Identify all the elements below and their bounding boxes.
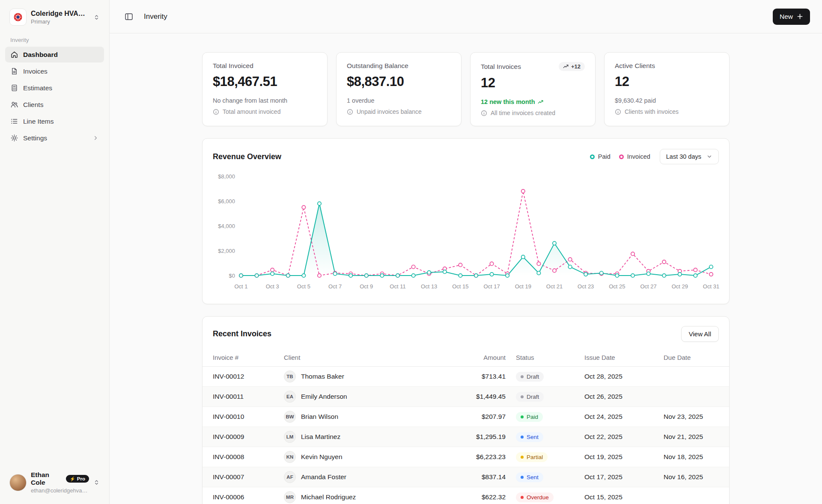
cell-issue-date: Oct 19, 2025 xyxy=(579,447,658,467)
cell-client: TBThomas Baker xyxy=(279,367,447,387)
date-range-select[interactable]: Last 30 days xyxy=(660,149,719,164)
client-name: Michael Rodriguez xyxy=(301,493,356,501)
stat-card-outstanding-balance: Outstanding Balance$8,837.101 overdueUnp… xyxy=(336,52,462,126)
panel-left-icon xyxy=(124,12,134,21)
column-header-issue-date: Issue Date xyxy=(579,349,658,367)
cell-invoice-number: INV-00012 xyxy=(203,367,279,387)
sidebar-item-line-items[interactable]: Line Items xyxy=(5,113,104,129)
page-title: Inverity xyxy=(144,12,167,21)
cell-status: Sent xyxy=(511,467,579,487)
stat-card-header: Active Clients xyxy=(615,62,719,70)
column-header-status: Status xyxy=(511,349,579,367)
stat-label: Total Invoiced xyxy=(213,62,253,70)
invoice-row[interactable]: INV-00007AFAmanda Foster$837.14SentOct 1… xyxy=(203,467,729,487)
legend-item-paid: Paid xyxy=(590,153,611,160)
cell-due-date xyxy=(658,367,729,387)
status-badge: Paid xyxy=(516,412,543,422)
svg-text:Oct 5: Oct 5 xyxy=(297,283,310,290)
sidebar-item-estimates[interactable]: Estimates xyxy=(5,80,104,96)
sidebar-item-settings[interactable]: Settings xyxy=(5,130,104,146)
info-icon xyxy=(481,110,487,116)
status-badge: Draft xyxy=(516,392,544,402)
client-name: Kevin Nguyen xyxy=(301,453,342,461)
cell-status: Draft xyxy=(511,367,579,387)
view-all-button[interactable]: View All xyxy=(681,326,719,342)
user-name: Ethan Cole xyxy=(31,471,63,486)
invoice-row[interactable]: INV-00009LMLisa Martinez$1,295.19SentOct… xyxy=(203,427,729,447)
client-name: Amanda Foster xyxy=(301,473,346,481)
client-avatar: MR xyxy=(284,491,296,503)
svg-text:Oct 19: Oct 19 xyxy=(515,283,531,290)
cell-due-date: Nov 16, 2025 xyxy=(658,467,729,487)
sidebar-item-clients[interactable]: Clients xyxy=(5,97,104,113)
stat-card-total-invoiced: Total Invoiced$18,467.51No change from l… xyxy=(202,52,328,126)
date-range-value: Last 30 days xyxy=(666,153,701,160)
svg-text:Oct 23: Oct 23 xyxy=(578,283,594,290)
sidebar-item-label: Estimates xyxy=(23,84,52,92)
sidebar: Coleridge HVAC S... Primary Inverity Das… xyxy=(0,0,110,504)
status-badge: Overdue xyxy=(516,492,554,502)
invoice-row[interactable]: INV-00011EAEmily Anderson$1,449.45DraftO… xyxy=(203,387,729,407)
invoice-row[interactable]: INV-00006MRMichael Rodriguez$622.32Overd… xyxy=(203,487,729,504)
status-badge: Partial xyxy=(516,452,548,462)
client: TBThomas Baker xyxy=(284,371,441,382)
client-name: Brian Wilson xyxy=(301,413,338,421)
sidebar-section-label: Inverity xyxy=(10,37,104,43)
pro-badge: ⚡Pro xyxy=(66,475,89,483)
stat-subtext: 12 new this month xyxy=(481,98,585,106)
stat-footnote: Total amount invoiced xyxy=(213,108,317,115)
stat-card-header: Total Invoiced xyxy=(213,62,317,70)
line-items-icon xyxy=(10,117,18,125)
table-body: INV-00012TBThomas Baker$713.41DraftOct 2… xyxy=(203,367,729,504)
user-menu[interactable]: Ethan Cole ⚡Pro ethan@coleridgehvac.... xyxy=(5,468,104,497)
cell-invoice-number: INV-00010 xyxy=(203,407,279,427)
invoice-icon xyxy=(10,67,18,75)
new-button[interactable]: New xyxy=(773,9,810,25)
client-avatar: AF xyxy=(284,471,296,483)
company-logo xyxy=(9,9,27,26)
bolt-icon: ⚡ xyxy=(70,476,75,482)
stat-card-total-invoices: Total Invoices+121212 new this monthAll … xyxy=(470,52,596,126)
cell-due-date xyxy=(658,387,729,407)
svg-text:Oct 29: Oct 29 xyxy=(672,283,688,290)
cell-invoice-number: INV-00009 xyxy=(203,427,279,447)
sidebar-item-label: Clients xyxy=(23,101,43,109)
chevron-down-icon xyxy=(706,154,712,160)
cell-invoice-number: INV-00008 xyxy=(203,447,279,467)
cell-due-date: Nov 18, 2025 xyxy=(658,447,729,467)
recent-invoices-card: Recent Invoices View All Invoice #Client… xyxy=(202,316,730,504)
plus-icon xyxy=(797,13,803,20)
sidebar-item-label: Dashboard xyxy=(23,51,58,59)
sidebar-toggle-button[interactable] xyxy=(122,9,136,24)
stat-subtext: $9,630.42 paid xyxy=(615,97,719,104)
cell-issue-date: Oct 17, 2025 xyxy=(579,467,658,487)
svg-text:$6,000: $6,000 xyxy=(218,198,235,205)
sidebar-item-label: Line Items xyxy=(23,118,54,125)
home-icon xyxy=(10,50,18,59)
sidebar-item-dashboard[interactable]: Dashboard xyxy=(5,47,104,62)
cell-amount: $837.14 xyxy=(447,467,511,487)
legend-item-invoiced: Invoiced xyxy=(619,153,650,160)
svg-text:$4,000: $4,000 xyxy=(218,223,235,229)
clients-icon xyxy=(10,101,18,109)
client-avatar: KN xyxy=(284,451,296,463)
sidebar-nav: DashboardInvoicesEstimatesClientsLine It… xyxy=(5,47,104,147)
stat-footnote: Clients with invoices xyxy=(615,108,719,115)
invoice-row[interactable]: INV-00010BWBrian Wilson$207.97PaidOct 24… xyxy=(203,407,729,427)
cell-due-date: Nov 21, 2025 xyxy=(658,427,729,447)
invoice-row[interactable]: INV-00012TBThomas Baker$713.41DraftOct 2… xyxy=(203,367,729,387)
svg-text:Oct 17: Oct 17 xyxy=(483,283,500,290)
cell-amount: $713.41 xyxy=(447,367,511,387)
cell-amount: $1,449.45 xyxy=(447,387,511,407)
workspace-name: Coleridge HVAC S... xyxy=(31,10,89,18)
cell-client: AFAmanda Foster xyxy=(279,467,447,487)
svg-text:$2,000: $2,000 xyxy=(218,248,235,254)
workspace-switcher[interactable]: Coleridge HVAC S... Primary xyxy=(5,5,104,29)
stat-subtext: 1 overdue xyxy=(347,97,451,104)
table-header-row: Invoice #ClientAmountStatusIssue DateDue… xyxy=(203,349,729,367)
invoice-row[interactable]: INV-00008KNKevin Nguyen$6,223.23PartialO… xyxy=(203,447,729,467)
cell-invoice-number: INV-00007 xyxy=(203,467,279,487)
sidebar-item-invoices[interactable]: Invoices xyxy=(5,63,104,79)
chevrons-up-down-icon xyxy=(93,479,100,486)
cell-amount: $207.97 xyxy=(447,407,511,427)
